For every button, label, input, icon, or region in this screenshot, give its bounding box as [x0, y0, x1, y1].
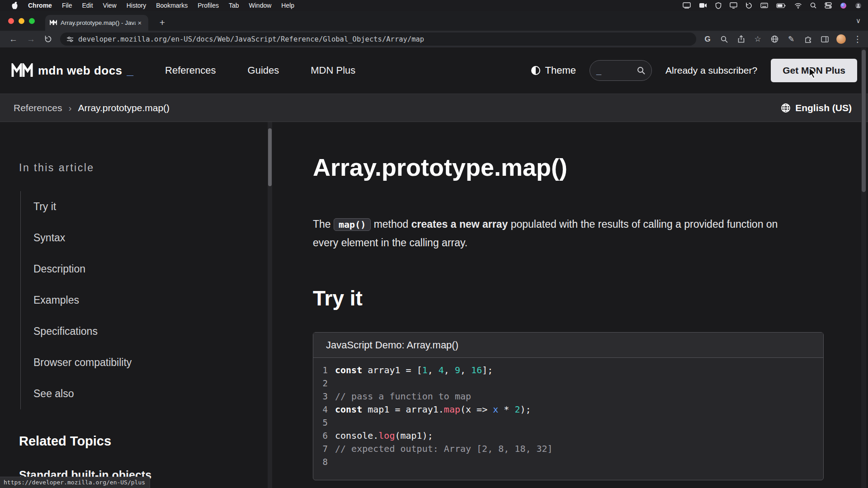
- mdn-logo-mark-icon: [11, 63, 33, 78]
- theme-icon: [531, 66, 541, 75]
- mdn-logo-text: mdn web docs: [38, 64, 123, 78]
- code-text: const map1 = array1.map(x => x * 2);: [335, 404, 531, 415]
- toc-list: Try it Syntax Description Examples Speci…: [20, 191, 267, 409]
- menu-tab[interactable]: Tab: [224, 2, 244, 9]
- minimize-window-button[interactable]: [19, 18, 24, 24]
- inline-code-map: map(): [334, 218, 371, 231]
- theme-label: Theme: [545, 65, 576, 76]
- share-icon[interactable]: [736, 35, 746, 43]
- search-icon: [637, 66, 645, 75]
- site-nav: References Guides MDN Plus: [165, 65, 355, 76]
- zoom-search-icon[interactable]: [719, 36, 729, 43]
- menu-edit[interactable]: Edit: [77, 2, 98, 9]
- code-text: const array1 = [1, 4, 9, 16];: [335, 365, 493, 375]
- extensions-icon[interactable]: [803, 35, 813, 43]
- menu-profiles[interactable]: Profiles: [193, 2, 224, 9]
- close-window-button[interactable]: [8, 18, 14, 24]
- google-lens-icon[interactable]: G: [703, 35, 712, 44]
- mouse-cursor: [807, 67, 818, 79]
- tab-search-icon[interactable]: ∨: [856, 17, 861, 25]
- new-tab-button[interactable]: +: [156, 17, 168, 28]
- screen-mirroring-icon[interactable]: [683, 2, 691, 9]
- browser-tab-strip: Array.prototype.map() - JavaS × + ∨: [0, 11, 868, 31]
- battery-icon[interactable]: [776, 3, 786, 8]
- code-line[interactable]: 7// expected output: Array [2, 8, 18, 32…: [313, 442, 823, 455]
- site-info-icon[interactable]: [66, 36, 74, 42]
- edit-pen-icon[interactable]: ✎: [786, 34, 796, 44]
- profile-avatar[interactable]: [836, 34, 846, 44]
- siri-icon[interactable]: [840, 2, 847, 9]
- line-number: 3: [313, 391, 335, 401]
- video-icon[interactable]: [699, 3, 707, 8]
- menu-history[interactable]: History: [122, 2, 151, 9]
- bookmark-star-icon[interactable]: ☆: [753, 34, 763, 44]
- nav-guides[interactable]: Guides: [248, 65, 279, 76]
- apple-menu-icon[interactable]: [6, 2, 23, 9]
- code-line[interactable]: 2: [313, 376, 823, 389]
- search-caret: _: [596, 66, 637, 76]
- mdn-logo[interactable]: mdn web docs _: [11, 63, 133, 78]
- toc-syntax[interactable]: Syntax: [33, 222, 267, 253]
- theme-toggle[interactable]: Theme: [531, 65, 576, 76]
- toc-description[interactable]: Description: [33, 253, 267, 285]
- url-text: developer.mozilla.org/en-US/docs/Web/Jav…: [78, 35, 424, 43]
- try-it-heading: Try it: [313, 286, 825, 310]
- mdn-header: mdn web docs _ References Guides MDN Plu…: [0, 47, 868, 94]
- menu-bookmarks[interactable]: Bookmarks: [151, 2, 193, 9]
- wifi-icon[interactable]: [794, 3, 802, 9]
- zoom-window-button[interactable]: [29, 18, 35, 24]
- toc-browser-compatibility[interactable]: Browser compatibility: [33, 347, 267, 378]
- intro-paragraph: The map() method creates a new array pop…: [313, 215, 797, 252]
- line-number: 8: [313, 457, 335, 467]
- code-line[interactable]: 3// pass a function to map: [313, 389, 823, 403]
- back-button[interactable]: ←: [5, 34, 22, 44]
- nav-mdn-plus[interactable]: MDN Plus: [311, 65, 355, 76]
- translate-icon[interactable]: [769, 35, 779, 43]
- menu-app-name[interactable]: Chrome: [23, 2, 57, 9]
- tab-close-icon[interactable]: ×: [136, 19, 144, 27]
- browser-tab[interactable]: Array.prototype.map() - JavaS ×: [45, 15, 148, 31]
- mdn-logo-underscore: _: [127, 64, 133, 78]
- breadcrumb-current: Array.prototype.map(): [78, 103, 170, 113]
- control-center-icon[interactable]: [825, 2, 832, 9]
- toc-try-it[interactable]: Try it: [33, 191, 267, 222]
- article-main: Array.prototype.map() The map() method c…: [313, 122, 825, 488]
- side-panel-icon[interactable]: [820, 36, 830, 42]
- shield-icon[interactable]: [715, 2, 722, 9]
- tab-title: Array.prototype.map() - JavaS: [61, 19, 136, 26]
- breadcrumb-references[interactable]: References: [14, 103, 62, 113]
- nav-references[interactable]: References: [165, 65, 216, 76]
- browser-menu-icon[interactable]: ⋮: [853, 34, 863, 44]
- sync-icon[interactable]: [745, 2, 752, 9]
- address-bar[interactable]: developer.mozilla.org/en-US/docs/Web/Jav…: [60, 33, 696, 46]
- globe-icon: [781, 103, 791, 113]
- menu-help[interactable]: Help: [276, 2, 299, 9]
- subscriber-link[interactable]: Already a subscriber?: [665, 65, 757, 76]
- toc-see-also[interactable]: See also: [33, 378, 267, 409]
- code-line[interactable]: 4const map1 = array1.map(x => x * 2);: [313, 403, 823, 416]
- code-line[interactable]: 1const array1 = [1, 4, 9, 16];: [313, 363, 823, 376]
- search-input[interactable]: _: [590, 60, 652, 81]
- display-icon[interactable]: [730, 2, 737, 9]
- code-line[interactable]: 5: [313, 416, 823, 429]
- code-line[interactable]: 6console.log(map1);: [313, 429, 823, 442]
- code-line[interactable]: 8: [313, 455, 823, 468]
- code-lines[interactable]: 1const array1 = [1, 4, 9, 16];23// pass …: [313, 358, 823, 480]
- language-switcher[interactable]: English (US): [781, 103, 852, 113]
- demo-title: JavaScript Demo: Array.map(): [313, 333, 823, 358]
- sidebar-scrollbar[interactable]: [268, 122, 272, 488]
- toc-specifications[interactable]: Specifications: [33, 316, 267, 347]
- sidebar-scrollbar-thumb[interactable]: [268, 128, 272, 186]
- keyboard-icon[interactable]: [760, 3, 768, 8]
- toc-examples[interactable]: Examples: [33, 285, 267, 316]
- page-scrollbar[interactable]: [861, 48, 866, 488]
- menu-file[interactable]: File: [57, 2, 77, 9]
- spotlight-icon[interactable]: [810, 2, 816, 9]
- page-scrollbar-thumb[interactable]: [862, 50, 866, 192]
- reload-button[interactable]: [40, 35, 57, 43]
- user-menu-icon[interactable]: [855, 2, 862, 9]
- related-topics-heading: Related Topics: [19, 434, 267, 449]
- forward-button[interactable]: →: [22, 34, 40, 44]
- menu-view[interactable]: View: [98, 2, 122, 9]
- menu-window[interactable]: Window: [244, 2, 277, 9]
